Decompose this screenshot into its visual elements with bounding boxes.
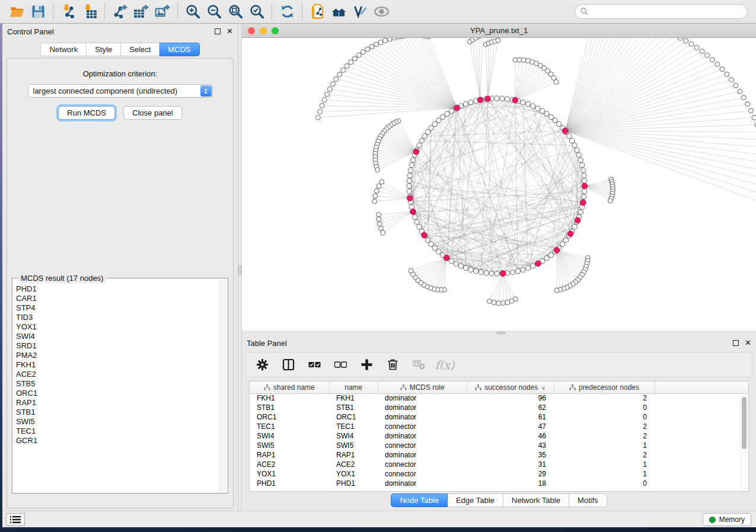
network-window-title: YPA_prune.txt_1 <box>242 26 756 35</box>
toolbar-separator <box>302 4 302 20</box>
mcds-result-item[interactable]: STB1 <box>16 408 218 417</box>
node-table-body: FKH1FKH1dominator962STB1STB1dominator620… <box>250 393 748 488</box>
add-column-button[interactable] <box>359 357 374 373</box>
new-network-from-selection-button[interactable] <box>307 2 328 22</box>
zoom-in-button[interactable] <box>182 2 203 22</box>
optimization-criterion-select[interactable]: largest connected component (undirected)… <box>28 84 213 98</box>
network-window-titlebar[interactable]: YPA_prune.txt_1 <box>242 24 756 38</box>
zoom-selected-button[interactable] <box>246 2 267 22</box>
run-mcds-button[interactable]: Run MCDS <box>58 106 115 120</box>
vertical-splitter-grip[interactable] <box>238 265 241 275</box>
table-row[interactable]: SWI4SWI4dominator462 <box>250 431 748 441</box>
table-scrollbar-thumb[interactable] <box>742 397 747 449</box>
column-header-successor-nodes[interactable]: successor nodes∨ <box>467 382 554 393</box>
export-network-button[interactable] <box>109 2 130 22</box>
table-tabs: Node TableEdge TableNetwork TableMotifs <box>242 493 756 507</box>
deselect-all-button[interactable] <box>333 357 348 373</box>
task-history-button[interactable] <box>6 513 25 526</box>
table-row[interactable]: ACE2ACE2connector311 <box>250 460 748 469</box>
tab-style[interactable]: Style <box>87 43 121 56</box>
mcds-result-item[interactable]: YOX1 <box>16 322 218 332</box>
main-toolbar <box>0 0 756 24</box>
delete-table-button[interactable] <box>411 357 426 373</box>
tab-select[interactable]: Select <box>121 43 160 56</box>
horizontal-splitter[interactable] <box>242 331 756 335</box>
float-panel-icon[interactable] <box>215 28 221 34</box>
import-table-button[interactable] <box>79 2 100 22</box>
table-row[interactable]: TEC1TEC1connector472 <box>250 422 748 431</box>
table-row[interactable]: FKH1FKH1dominator962 <box>250 393 748 403</box>
zoom-fit-button[interactable] <box>225 2 246 22</box>
mcds-result-item[interactable]: TEC1 <box>16 427 218 436</box>
export-table-button[interactable] <box>130 2 152 22</box>
table-row[interactable]: PHD1PHD1dominator180 <box>250 479 748 488</box>
mcds-result-item[interactable]: CAR1 <box>16 294 218 303</box>
task-list-icon <box>10 515 21 524</box>
mcds-result-item[interactable]: SRD1 <box>16 341 218 351</box>
mcds-result-item[interactable]: TID3 <box>16 313 218 322</box>
table-row[interactable]: YOX1YOX1connector291 <box>250 469 748 479</box>
open-file-button[interactable] <box>6 2 27 22</box>
tab-node-table[interactable]: Node Table <box>391 493 448 507</box>
table-row[interactable]: STB1STB1dominator620 <box>250 403 748 412</box>
table-row[interactable]: RAP1RAP1dominator352 <box>250 450 748 460</box>
mcds-result-item[interactable]: SWI5 <box>16 417 218 427</box>
mcds-result-scrollbar[interactable] <box>219 280 227 492</box>
close-table-panel-icon[interactable]: ✕ <box>745 340 751 346</box>
network-canvas[interactable] <box>242 38 756 331</box>
vertical-splitter[interactable] <box>238 24 242 511</box>
mcds-result-item[interactable]: ACE2 <box>16 370 218 379</box>
mcds-result-item[interactable]: GCR1 <box>16 436 218 446</box>
zoom-out-button[interactable] <box>203 2 225 22</box>
column-header-MCDS-role[interactable]: MCDS role <box>378 382 467 393</box>
search-input[interactable] <box>575 4 748 19</box>
delete-columns-button[interactable] <box>385 357 400 373</box>
mcds-result-item[interactable]: STB5 <box>16 379 218 389</box>
toolbar-separator <box>53 4 53 20</box>
export-image-button[interactable] <box>152 2 173 22</box>
show-graphics-details-button[interactable] <box>371 2 392 22</box>
table-panel: Table Panel ✕ f(x) shared namenameMCDS r… <box>242 335 756 511</box>
toolbar-separator <box>177 4 178 20</box>
gear-button[interactable] <box>254 357 270 373</box>
column-header-shared-name[interactable]: shared name <box>250 382 329 393</box>
control-panel-tabs: NetworkStyleSelectMCDS <box>2 43 238 56</box>
mcds-result-item[interactable]: PHD1 <box>16 284 218 294</box>
style-vision-button[interactable] <box>349 2 371 22</box>
column-header-name[interactable]: name <box>329 382 378 393</box>
split-panel-button[interactable] <box>280 357 296 373</box>
mcds-result-item[interactable]: STP4 <box>16 303 218 313</box>
tab-mcds[interactable]: MCDS <box>160 43 199 56</box>
table-row[interactable]: ORC1ORC1dominator610 <box>250 412 748 422</box>
table-panel-header: Table Panel ✕ <box>242 335 756 351</box>
tab-network[interactable]: Network <box>40 43 87 56</box>
function-builder-button[interactable]: f(x) <box>437 357 452 373</box>
select-all-button[interactable] <box>307 357 322 373</box>
mcds-result-item[interactable]: SWI4 <box>16 332 218 341</box>
search-icon <box>580 7 589 16</box>
mcds-result-item[interactable]: PMA2 <box>16 351 218 360</box>
float-table-panel-icon[interactable] <box>733 340 739 346</box>
column-header-predecessor-nodes[interactable]: predecessor nodes <box>554 382 655 393</box>
close-panel-button[interactable]: Close panel <box>123 106 182 120</box>
table-scrollbar[interactable] <box>740 395 748 491</box>
table-row[interactable]: SWI5SWI5connector431 <box>250 441 748 450</box>
tab-network-table[interactable]: Network Table <box>503 493 569 507</box>
save-session-button[interactable] <box>27 2 49 22</box>
apply-layout-button[interactable] <box>276 2 298 22</box>
horizontal-splitter-grip[interactable] <box>497 332 505 334</box>
mcds-result-item[interactable]: FKH1 <box>16 360 218 370</box>
column-type-icon <box>569 384 576 390</box>
column-type-icon <box>400 384 407 390</box>
mcds-result-item[interactable]: RAP1 <box>16 398 218 408</box>
mcds-result-item[interactable]: ORC1 <box>16 389 218 398</box>
import-network-button[interactable] <box>58 2 79 22</box>
mcds-result-list[interactable]: PHD1CAR1STP4TID3YOX1SWI4SRD1PMA2FKH1ACE2… <box>16 284 218 491</box>
tab-edge-table[interactable]: Edge Table <box>448 493 503 507</box>
node-table-header-row: shared namenameMCDS rolesuccessor nodes∨… <box>250 382 748 393</box>
first-neighbors-button[interactable] <box>328 2 349 22</box>
memory-button[interactable]: Memory <box>703 513 751 526</box>
table-toolbar: f(x) <box>245 352 752 377</box>
close-panel-icon[interactable]: ✕ <box>227 28 233 34</box>
tab-motifs[interactable]: Motifs <box>569 493 607 507</box>
